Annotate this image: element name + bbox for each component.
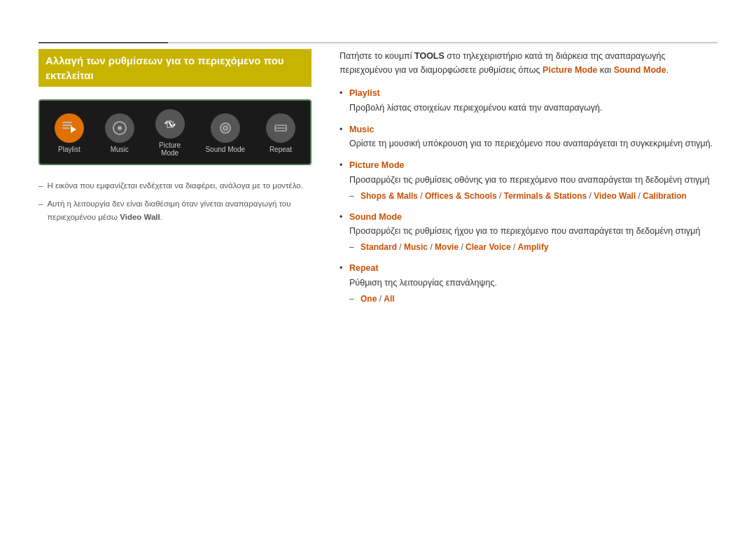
list-item-music: Music Ορίστε τη μουσική υπόκρουση για το… xyxy=(340,123,718,151)
page-container: Αλλαγή των ρυθμίσεων για το περιεχόμενο … xyxy=(0,0,756,342)
toolbar-label-repeat: Repeat xyxy=(270,146,292,153)
svg-rect-2 xyxy=(62,127,69,129)
sep4: / xyxy=(636,191,643,201)
toolbar-box: Playlist Music xyxy=(38,99,312,165)
one-link: One xyxy=(360,294,377,304)
sep6: / xyxy=(428,242,435,252)
item-title-picture-mode: Picture Mode xyxy=(349,160,405,170)
right-column: Πατήστε το κουμπί TOOLS στο τηλεχειριστή… xyxy=(340,49,718,314)
item-desc-playlist: Προβολή λίστας στοιχείων περιεχομένου κα… xyxy=(349,101,718,115)
toolbar-label-picture-mode: PictureMode xyxy=(159,141,181,157)
svg-rect-0 xyxy=(62,122,72,123)
shops-malls-link: Shops & Malls xyxy=(360,191,418,201)
item-desc-sound-mode: Προσαρμόζει τις ρυθμίσεις ήχου για το πε… xyxy=(349,225,718,238)
sep7: / xyxy=(458,242,465,252)
item-desc-repeat: Ρύθμιση της λειτουργίας επανάληψης. xyxy=(349,276,718,290)
tools-label: TOOLS xyxy=(414,51,444,61)
all-link: All xyxy=(384,294,394,304)
amplify-link: Amplify xyxy=(518,242,549,252)
movie-link: Movie xyxy=(435,242,458,252)
sep8: / xyxy=(511,242,518,252)
offices-schools-link: Offices & Schools xyxy=(425,191,497,201)
note-line-2: – Αυτή η λειτουργία δεν είναι διαθέσιμη … xyxy=(38,197,312,225)
list-item-picture-mode: Picture Mode Προσαρμόζει τις ρυθμίσεις ο… xyxy=(340,159,718,202)
intro-text-1: Πατήστε το κουμπί xyxy=(340,51,414,61)
svg-marker-3 xyxy=(71,126,76,133)
sep5: / xyxy=(397,242,404,252)
content-area: Αλλαγή των ρυθμίσεων για το περιεχόμενο … xyxy=(38,49,718,314)
note-text-1: Η εικόνα που εμφανίζεται ενδέχεται να δι… xyxy=(47,179,302,193)
toolbar-item-sound-mode[interactable]: Sound Mode xyxy=(205,113,245,153)
svg-point-5 xyxy=(118,126,122,130)
item-title-music: Music xyxy=(349,125,374,134)
toolbar-label-sound-mode: Sound Mode xyxy=(205,146,245,153)
left-column: Αλλαγή των ρυθμίσεων για το περιεχόμενο … xyxy=(38,49,312,314)
standard-link: Standard xyxy=(360,242,397,252)
toolbar-label-playlist: Playlist xyxy=(58,146,80,153)
picture-mode-icon xyxy=(155,109,185,139)
toolbar-item-playlist[interactable]: Playlist xyxy=(55,113,84,153)
item-title-sound-mode: Sound Mode xyxy=(349,212,402,222)
picture-mode-ref: Picture Mode xyxy=(542,65,598,75)
video-wall-link: Video Wall xyxy=(594,191,636,201)
note-dash-2: – xyxy=(38,197,43,225)
intro-end: . xyxy=(666,65,668,75)
notes-container: – Η εικόνα που εμφανίζεται ενδέχεται να … xyxy=(38,179,312,225)
item-desc-picture-mode: Προσαρμόζει τις ρυθμίσεις οθόνης για το … xyxy=(349,174,718,187)
terminals-stations-link: Terminals & Stations xyxy=(504,191,587,201)
toolbar-item-picture-mode[interactable]: PictureMode xyxy=(155,109,185,157)
intro-and: και xyxy=(598,65,614,75)
note-text-2a: Αυτή η λειτουργία δεν είναι διαθέσιμη ότ… xyxy=(47,199,290,222)
music-link: Music xyxy=(404,242,428,252)
svg-rect-1 xyxy=(62,125,72,126)
note-dash-1: – xyxy=(38,179,43,193)
section-title: Αλλαγή των ρυθμίσεων για το περιεχόμενο … xyxy=(38,49,312,87)
sub-item-repeat: One / All xyxy=(349,293,718,305)
top-line-accent xyxy=(38,42,168,43)
toolbar-item-repeat[interactable]: Repeat xyxy=(266,113,295,153)
sep9: / xyxy=(377,294,384,304)
item-title-repeat: Repeat xyxy=(349,263,379,273)
repeat-icon xyxy=(266,113,295,143)
sub-item-picture-mode: Shops & Malls / Offices & Schools / Term… xyxy=(349,190,718,202)
calibration-link: Calibration xyxy=(643,191,687,201)
note-bold-2: Video Wall xyxy=(120,213,160,221)
note-line-1: – Η εικόνα που εμφανίζεται ενδέχεται να … xyxy=(38,179,312,193)
note-text-2b: . xyxy=(160,213,162,221)
sound-mode-ref: Sound Mode xyxy=(614,65,666,75)
bullet-list: Playlist Προβολή λίστας στοιχείων περιεχ… xyxy=(340,87,718,305)
sep2: / xyxy=(497,191,504,201)
sub-item-sound-mode: Standard / Music / Movie / Clear Voice /… xyxy=(349,241,718,253)
toolbar-label-music: Music xyxy=(111,146,129,153)
list-item-repeat: Repeat Ρύθμιση της λειτουργίας επανάληψη… xyxy=(340,262,718,305)
item-desc-music: Ορίστε τη μουσική υπόκρουση για το περιε… xyxy=(349,137,718,150)
toolbar-item-music[interactable]: Music xyxy=(105,113,134,153)
intro-paragraph: Πατήστε το κουμπί TOOLS στο τηλεχειριστή… xyxy=(340,49,718,77)
clear-voice-link: Clear Voice xyxy=(465,242,510,252)
playlist-icon xyxy=(55,113,84,143)
sound-mode-icon xyxy=(211,113,240,143)
sep1: / xyxy=(418,191,425,201)
music-icon xyxy=(105,113,134,143)
item-title-playlist: Playlist xyxy=(349,88,380,98)
sep3: / xyxy=(587,191,594,201)
note-text-2: Αυτή η λειτουργία δεν είναι διαθέσιμη ότ… xyxy=(47,197,312,225)
list-item-sound-mode: Sound Mode Προσαρμόζει τις ρυθμίσεις ήχο… xyxy=(340,211,718,254)
svg-point-8 xyxy=(225,127,226,129)
list-item-playlist: Playlist Προβολή λίστας στοιχείων περιεχ… xyxy=(340,87,718,115)
